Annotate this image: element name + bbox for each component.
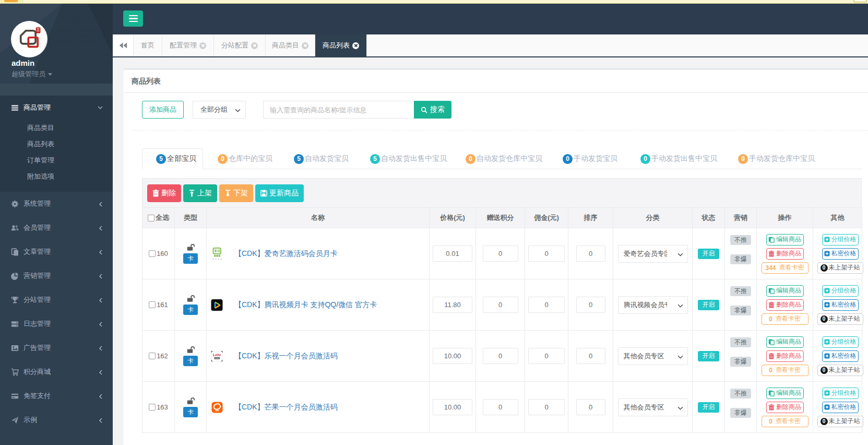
price-input[interactable] xyxy=(433,297,472,313)
commission-input[interactable] xyxy=(528,348,565,364)
tab-close-icon[interactable] xyxy=(302,42,308,49)
status-tab[interactable]: 5 自动发货出售中宝贝 xyxy=(360,148,457,169)
private-price-button[interactable]: 私密价格 xyxy=(822,350,859,362)
search-input[interactable] xyxy=(263,101,414,119)
offline-subsites-button[interactable]: 0 未上架子站 xyxy=(817,416,863,427)
bulk-action-button[interactable]: 更新商品 xyxy=(255,184,304,202)
edit-product-button[interactable]: 编辑商品 xyxy=(766,336,804,348)
sidebar-submenu-item[interactable]: 附加选项 xyxy=(0,168,113,184)
product-name-link[interactable]: 【CDK】爱奇艺激活码会员月卡 xyxy=(234,249,338,259)
status-toggle-button[interactable]: 开启 xyxy=(698,402,719,413)
category-select[interactable]: 腾讯视频会员专区 xyxy=(618,296,688,314)
bulk-action-button[interactable]: 删除 xyxy=(147,184,181,202)
sidebar-menu-item[interactable]: 免签支付 xyxy=(0,384,113,408)
commission-input[interactable] xyxy=(528,245,565,262)
group-price-button[interactable]: 分组价格 xyxy=(822,336,859,348)
sidebar-menu-item[interactable]: 分站管理 xyxy=(0,288,113,312)
sidebar-submenu-item[interactable]: 商品列表 xyxy=(0,136,113,152)
edit-product-button[interactable]: 编辑商品 xyxy=(766,388,804,399)
category-select[interactable]: 其他会员专区 xyxy=(618,399,688,416)
search-button[interactable]: 搜索 xyxy=(414,101,451,119)
offline-subsites-button[interactable]: 0 未上架子站 xyxy=(817,262,863,274)
private-price-button[interactable]: 私密价格 xyxy=(822,299,859,311)
group-price-button[interactable]: 分组价格 xyxy=(822,285,859,297)
bulk-action-button[interactable]: 上架 xyxy=(183,184,217,202)
status-toggle-button[interactable]: 开启 xyxy=(698,351,719,361)
nav-tab[interactable]: 首页 xyxy=(134,34,162,56)
hot-toggle-button[interactable]: 非爆 xyxy=(730,306,751,315)
sidebar-menu-item[interactable]: 商品管理 xyxy=(0,96,113,120)
offline-subsites-button[interactable]: 0 未上架子站 xyxy=(817,365,863,376)
nav-tab[interactable]: 配置管理 xyxy=(162,34,214,56)
commission-input[interactable] xyxy=(528,297,565,313)
sidebar-menu-item[interactable]: 示例 xyxy=(0,408,113,432)
group-price-button[interactable]: 分组价格 xyxy=(822,388,859,399)
private-price-button[interactable]: 私密价格 xyxy=(822,248,859,260)
sidebar-toggle-button[interactable] xyxy=(123,10,143,27)
edit-product-button[interactable]: 编辑商品 xyxy=(766,234,804,245)
sidebar-menu-item[interactable]: 会员管理 xyxy=(0,216,113,240)
nav-tab[interactable]: 分站配置 xyxy=(214,34,266,56)
sidebar-menu-item[interactable]: 营销管理 xyxy=(0,264,113,288)
status-tab[interactable]: 5 全部宝贝 xyxy=(142,148,203,169)
type-badge[interactable]: 卡 xyxy=(183,356,198,366)
nav-tab[interactable]: 商品列表 xyxy=(315,34,367,56)
status-tab[interactable]: 0 手动发货出售中宝贝 xyxy=(631,148,727,169)
tab-close-icon[interactable] xyxy=(251,42,258,49)
points-input[interactable] xyxy=(483,245,518,262)
promote-toggle-button[interactable]: 不推 xyxy=(730,389,751,399)
sidebar-submenu-item[interactable]: 商品类目 xyxy=(0,120,113,136)
hot-toggle-button[interactable]: 非爆 xyxy=(730,357,751,367)
status-tab[interactable]: 0 自动发货仓库中宝贝 xyxy=(456,148,552,169)
row-checkbox[interactable] xyxy=(149,301,156,308)
view-cards-button[interactable]: 344 查看卡密 xyxy=(762,262,808,274)
tab-close-icon[interactable] xyxy=(352,42,359,49)
product-name-link[interactable]: 【CDK】芒果一个月会员激活码 xyxy=(234,403,338,412)
row-checkbox[interactable] xyxy=(149,353,156,359)
type-badge[interactable]: 卡 xyxy=(183,305,198,315)
tab-close-icon[interactable] xyxy=(199,42,206,49)
tabs-scroll-left-button[interactable] xyxy=(113,34,134,56)
row-checkbox[interactable] xyxy=(149,250,156,257)
status-tab[interactable]: 5 自动发货宝贝 xyxy=(284,148,359,169)
status-toggle-button[interactable]: 开启 xyxy=(698,249,719,259)
sidebar-menu-item[interactable]: 日志管理 xyxy=(0,312,113,336)
view-cards-button[interactable]: 0 查看卡密 xyxy=(762,313,808,325)
sidebar-submenu-item[interactable]: 订单管理 xyxy=(0,152,113,168)
status-toggle-button[interactable]: 开启 xyxy=(698,300,719,310)
product-name-link[interactable]: 【CDK】腾讯视频月卡 支持QQ/微信 官方卡 xyxy=(234,300,377,310)
view-cards-button[interactable]: 0 查看卡密 xyxy=(762,365,808,376)
select-all-checkbox[interactable] xyxy=(148,215,154,221)
sort-input[interactable] xyxy=(576,245,605,262)
price-input[interactable] xyxy=(433,348,472,364)
private-price-button[interactable]: 私密价格 xyxy=(822,402,859,413)
nav-tab[interactable]: 商品类目 xyxy=(266,34,315,56)
type-badge[interactable]: 卡 xyxy=(183,407,198,417)
avatar[interactable] xyxy=(11,21,47,57)
group-filter-select[interactable]: 全部分组 xyxy=(193,101,246,119)
promote-toggle-button[interactable]: 不推 xyxy=(730,286,751,296)
row-checkbox[interactable] xyxy=(149,404,156,411)
type-badge[interactable]: 卡 xyxy=(183,253,198,264)
add-product-button[interactable]: 添加商品 xyxy=(142,101,184,119)
price-input[interactable] xyxy=(433,245,472,262)
sidebar-menu-item[interactable]: 积分商城 xyxy=(0,360,113,384)
status-tab[interactable]: 0 手动发货宝贝 xyxy=(553,148,627,169)
points-input[interactable] xyxy=(483,297,518,313)
commission-input[interactable] xyxy=(528,399,565,415)
delete-product-button[interactable]: 删除商品 xyxy=(766,299,804,311)
view-cards-button[interactable]: 0 查看卡密 xyxy=(762,416,808,427)
status-tab[interactable]: 0 手动发货仓库中宝贝 xyxy=(728,148,825,169)
product-name-link[interactable]: 【CDK】乐视一个月会员激活码 xyxy=(234,352,338,361)
sort-input[interactable] xyxy=(576,297,605,313)
points-input[interactable] xyxy=(483,348,518,364)
bulk-action-button[interactable]: 下架 xyxy=(219,184,253,202)
status-tab[interactable]: 0 仓库中的宝贝 xyxy=(208,148,282,169)
hot-toggle-button[interactable]: 非爆 xyxy=(730,408,751,418)
edit-product-button[interactable]: 编辑商品 xyxy=(766,285,804,297)
category-select[interactable]: 爱奇艺会员专区 xyxy=(618,245,688,263)
sidebar-menu-item[interactable]: 文章管理 xyxy=(0,240,113,264)
sidebar-menu-item[interactable]: 广告管理 xyxy=(0,336,113,360)
price-input[interactable] xyxy=(433,399,472,415)
promote-toggle-button[interactable]: 不推 xyxy=(730,337,751,347)
